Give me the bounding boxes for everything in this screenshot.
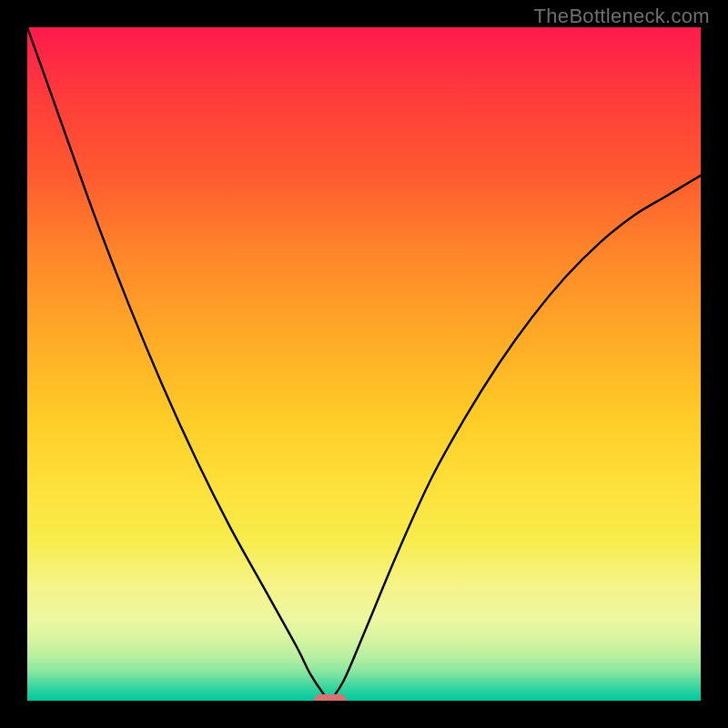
plot-area: [27, 27, 701, 701]
watermark-text: TheBottleneck.com: [534, 5, 710, 28]
minimum-marker: [314, 694, 347, 701]
curve-left-arm: [27, 27, 330, 701]
bottleneck-curve: [27, 27, 701, 701]
curve-right-arm: [330, 176, 701, 701]
